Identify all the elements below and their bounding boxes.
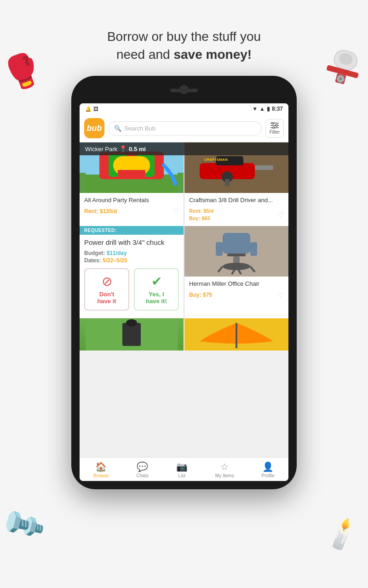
chats-label: Chats: [137, 473, 149, 478]
search-bar[interactable]: 🔍 Search Bub: [108, 121, 262, 136]
status-left: 🔔 🖼: [85, 106, 98, 112]
header-tagline: Borrow or buy the stuff you need and sav…: [0, 28, 368, 63]
action-buttons: ⊘ Don'thave it ✔ Yes, Ihave it!: [84, 268, 179, 311]
svg-rect-24: [225, 179, 230, 186]
nav-profile[interactable]: 👤 Profile: [262, 461, 275, 478]
bottom-nav: 🏠 Browse 💬 Chats 📷 List ☆ My Items 👤 Pro…: [80, 457, 288, 481]
profile-label: Profile: [262, 473, 275, 478]
drill-favorite[interactable]: ♡: [277, 210, 284, 219]
chair-price-row: Buy: $75 ♡: [189, 291, 284, 300]
chair-favorite[interactable]: ♡: [277, 291, 284, 300]
grass-thumbnail[interactable]: [80, 318, 184, 351]
filter-button[interactable]: Filter: [265, 119, 284, 138]
phone-camera: [179, 85, 189, 94]
have-label: Yes, Ihave it!: [146, 291, 167, 305]
svg-point-10: [276, 124, 277, 126]
header-line1: Borrow or buy the stuff you: [107, 29, 261, 44]
signal-icon: ▲: [259, 106, 265, 112]
browse-icon: 🏠: [95, 461, 107, 472]
requested-badge: REQUESTED:: [80, 226, 184, 235]
header-line2: need and: [116, 47, 174, 62]
battery-icon: ▮: [267, 106, 270, 112]
svg-rect-21: [255, 165, 273, 170]
chair-card-body: Herman Miller Office Chair Buy: $75 ♡: [184, 277, 288, 303]
status-right: ▼ ▲ ▮ 8:37: [252, 106, 283, 112]
drill-decoration: 🔩: [0, 500, 48, 549]
list-label: List: [178, 473, 185, 478]
nav-browse[interactable]: 🏠 Browse: [93, 461, 109, 478]
filter-label: Filter: [270, 130, 280, 135]
profile-icon: 👤: [262, 461, 274, 472]
party-rentals-price: Rent: $135/d: [84, 208, 117, 215]
wifi-icon: ▼: [252, 106, 258, 112]
location-distance: 0.5 mi: [129, 146, 146, 153]
chair-image: [184, 226, 288, 277]
drill-card-body: Craftsman 3/8 Drill Driver and... Rent: …: [184, 193, 288, 226]
torch-decoration: 🕯️: [319, 511, 366, 556]
main-content: Wicker Park 📍 0.5 mi: [80, 142, 288, 457]
requested-body: Power drill with 3/4" chuck Budget: $11/…: [80, 235, 184, 318]
chats-icon: 💬: [137, 461, 148, 472]
browse-label: Browse: [93, 473, 109, 478]
photo-icon: 🖼: [93, 106, 98, 112]
app-logo: bub: [84, 118, 104, 138]
phone-frame: 🔔 🖼 ▼ ▲ ▮ 8:37 bub 🔍 Search Bub: [71, 76, 297, 489]
party-rentals-body: All Around Party Rentals Rent: $135/d ♡: [80, 193, 184, 220]
umbrella-thumbnail[interactable]: [184, 318, 288, 351]
requested-title: Power drill with 3/4" chuck: [84, 238, 179, 246]
party-rentals-favorite[interactable]: ♡: [172, 207, 179, 216]
location-name: Wicker Park: [85, 146, 117, 153]
svg-point-39: [126, 319, 137, 327]
drill-rent: Rent: $5/d: [189, 207, 213, 215]
nav-my-items[interactable]: ☆ My Items: [215, 461, 234, 478]
drill-price: Rent: $5/d Buy: $65: [189, 207, 213, 222]
nav-chats[interactable]: 💬 Chats: [137, 461, 149, 478]
have-icon: ✔: [151, 274, 162, 289]
items-top-section: Wicker Park 📍 0.5 mi: [80, 142, 288, 226]
dont-label: Don'thave it: [97, 291, 116, 305]
svg-point-5: [339, 77, 342, 80]
list-icon: 📷: [176, 461, 188, 472]
svg-rect-2: [326, 65, 359, 79]
yes-have-it-button[interactable]: ✔ Yes, Ihave it!: [134, 268, 179, 311]
chair-card[interactable]: Herman Miller Office Chair Buy: $75 ♡: [184, 226, 288, 318]
drill-price-row: Rent: $5/d Buy: $65 ♡: [189, 207, 284, 222]
dont-have-it-button[interactable]: ⊘ Don'thave it: [84, 268, 129, 311]
header-line2-bold: save money!: [173, 47, 252, 62]
requested-card: REQUESTED: Power drill with 3/4" chuck B…: [80, 226, 184, 318]
svg-rect-3: [335, 73, 346, 84]
chair-title: Herman Miller Office Chair: [189, 280, 284, 288]
svg-point-9: [272, 122, 274, 124]
status-bar: 🔔 🖼 ▼ ▲ ▮ 8:37: [80, 103, 288, 114]
svg-rect-35: [216, 242, 223, 256]
time-display: 8:37: [272, 106, 283, 112]
chair-buy-price: Buy: $75: [189, 292, 212, 298]
notification-icon: 🔔: [85, 106, 92, 112]
app-bar: bub 🔍 Search Bub Filter: [80, 114, 288, 142]
dates-line: Dates: 5/22–5/25: [84, 257, 179, 264]
party-rentals-title: All Around Party Rentals: [84, 197, 179, 204]
phone-screen: 🔔 🖼 ▼ ▲ ▮ 8:37 bub 🔍 Search Bub: [80, 103, 288, 481]
location-bar: Wicker Park 📍 0.5 mi: [80, 142, 288, 155]
svg-rect-28: [227, 254, 246, 256]
search-placeholder: Search Bub: [124, 125, 155, 132]
logo-text: bub: [87, 124, 102, 133]
svg-rect-18: [118, 170, 145, 179]
party-rentals-price-row: Rent: $135/d ♡: [84, 207, 179, 216]
drill-title: Craftsman 3/8 Drill Driver and...: [189, 197, 284, 204]
svg-point-4: [336, 74, 345, 84]
nav-list[interactable]: 📷 List: [176, 461, 188, 478]
dont-icon: ⊘: [102, 274, 112, 289]
bottom-thumbnails: [80, 318, 288, 351]
drill-buy: Buy: $65: [189, 215, 213, 222]
location-icon: 📍: [119, 145, 127, 153]
my-items-icon: ☆: [220, 461, 229, 472]
svg-text:CRAFTSMAN: CRAFTSMAN: [204, 158, 228, 162]
svg-rect-36: [250, 242, 257, 256]
svg-rect-27: [223, 233, 250, 254]
search-icon: 🔍: [114, 125, 121, 132]
svg-point-11: [273, 127, 275, 129]
lower-grid: REQUESTED: Power drill with 3/4" chuck B…: [80, 226, 288, 318]
my-items-label: My Items: [215, 473, 234, 478]
budget-line: Budget: $11/day: [84, 250, 179, 256]
